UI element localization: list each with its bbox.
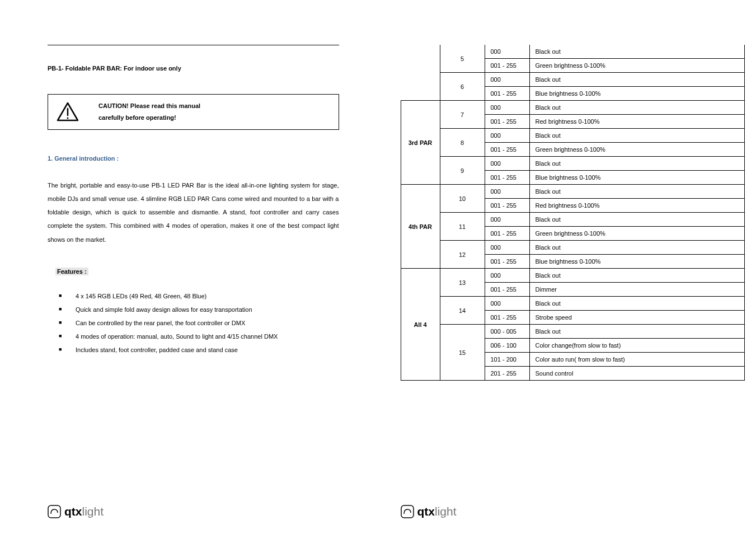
- description: Black out: [529, 157, 745, 171]
- par-label: 3rd PAR: [401, 101, 440, 185]
- value-range: 000: [485, 297, 529, 311]
- dmx-table: 5 000 Black out 001 - 255 Green brightne…: [401, 45, 745, 381]
- description: Black out: [529, 101, 745, 115]
- value-range: 000: [485, 213, 529, 227]
- description: Blue brightness 0-100%: [529, 171, 745, 185]
- logo-swirl-icon: [48, 505, 61, 518]
- value-range: 000: [485, 185, 529, 199]
- value-range: 000: [485, 45, 529, 59]
- feature-item: Can be controlled by the rear panel, the…: [76, 316, 339, 330]
- channel-number: 10: [440, 185, 485, 213]
- value-range: 001 - 255: [485, 143, 529, 157]
- value-range: 001 - 255: [485, 227, 529, 241]
- logo-light: light: [82, 505, 104, 518]
- section-heading: 1. General introduction :: [48, 155, 339, 162]
- value-range: 101 - 200: [485, 353, 529, 367]
- description: Color auto run( from slow to fast): [529, 353, 745, 367]
- feature-item: Includes stand, foot controller, padded …: [76, 343, 339, 357]
- table-row: 6 000 Black out: [401, 73, 745, 87]
- table-row: All 4 13 000 Black out: [401, 269, 745, 283]
- value-range: 000: [485, 269, 529, 283]
- caution-text: CAUTION! Please read this manual careful…: [98, 100, 200, 124]
- channel-number: 5: [440, 45, 485, 73]
- description: Black out: [529, 73, 745, 87]
- par-label-empty: [401, 45, 440, 101]
- description: Black out: [529, 185, 745, 199]
- value-range: 001 - 255: [485, 199, 529, 213]
- value-range: 000: [485, 73, 529, 87]
- warning-triangle-icon: [57, 102, 79, 121]
- document-title: PB-1- Foldable PAR BAR: For indoor use o…: [48, 65, 339, 72]
- description: Black out: [529, 325, 745, 339]
- description: Color change(from slow to fast): [529, 339, 745, 353]
- table-row: 14 000 Black out: [401, 297, 745, 311]
- channel-number: 12: [440, 241, 485, 269]
- description: Sound control: [529, 367, 745, 381]
- description: Black out: [529, 241, 745, 255]
- table-row: 5 000 Black out: [401, 45, 745, 59]
- logo-text: qtxlight: [417, 505, 457, 518]
- channel-number: 9: [440, 157, 485, 185]
- value-range: 000 - 005: [485, 325, 529, 339]
- value-range: 001 - 255: [485, 171, 529, 185]
- description: Black out: [529, 45, 745, 59]
- svg-point-1: [67, 118, 69, 119]
- table-row: 3rd PAR 7 000 Black out: [401, 101, 745, 115]
- description: Black out: [529, 213, 745, 227]
- description: Green brightness 0-100%: [529, 143, 745, 157]
- table-row: 8 000 Black out: [401, 129, 745, 143]
- brand-logo: qtxlight: [401, 505, 457, 518]
- table-row: 11 000 Black out: [401, 213, 745, 227]
- description: Red brightness 0-100%: [529, 199, 745, 213]
- feature-item: 4 modes of operation: manual, auto, Soun…: [76, 330, 339, 343]
- features-list: 4 x 145 RGB LEDs (49 Red, 48 Green, 48 B…: [48, 289, 339, 357]
- logo-swirl-icon: [401, 505, 414, 518]
- feature-item: Quick and simple fold away design allows…: [76, 303, 339, 316]
- logo-qtx: qtx: [417, 505, 435, 518]
- description: Blue brightness 0-100%: [529, 87, 745, 101]
- value-range: 201 - 255: [485, 367, 529, 381]
- description: Red brightness 0-100%: [529, 115, 745, 129]
- description: Green brightness 0-100%: [529, 227, 745, 241]
- features-heading: Features :: [55, 268, 88, 275]
- par-label: All 4: [401, 269, 440, 381]
- channel-number: 6: [440, 73, 485, 101]
- channel-number: 13: [440, 269, 485, 297]
- logo-qtx: qtx: [64, 505, 82, 518]
- caution-line1: CAUTION! Please read this manual: [98, 100, 200, 112]
- channel-number: 11: [440, 213, 485, 241]
- value-range: 006 - 100: [485, 339, 529, 353]
- channel-number: 14: [440, 297, 485, 325]
- table-row: 15 000 - 005 Black out: [401, 325, 745, 339]
- value-range: 000: [485, 129, 529, 143]
- value-range: 000: [485, 241, 529, 255]
- description: Dimmer: [529, 283, 745, 297]
- description: Black out: [529, 269, 745, 283]
- table-row: 4th PAR 10 000 Black out: [401, 185, 745, 199]
- value-range: 001 - 255: [485, 311, 529, 325]
- value-range: 001 - 255: [485, 59, 529, 73]
- value-range: 001 - 255: [485, 87, 529, 101]
- description: Green brightness 0-100%: [529, 59, 745, 73]
- description: Black out: [529, 297, 745, 311]
- svg-rect-2: [48, 505, 60, 518]
- value-range: 001 - 255: [485, 283, 529, 297]
- svg-rect-3: [401, 505, 414, 518]
- par-label: 4th PAR: [401, 185, 440, 269]
- horizontal-rule: [48, 45, 339, 45]
- page-left: PB-1- Foldable PAR BAR: For indoor use o…: [0, 0, 378, 534]
- channel-number: 15: [440, 325, 485, 381]
- value-range: 001 - 255: [485, 255, 529, 269]
- page-right: 5 000 Black out 001 - 255 Green brightne…: [378, 0, 757, 534]
- channel-number: 7: [440, 101, 485, 129]
- description: Blue brightness 0-100%: [529, 255, 745, 269]
- caution-box: CAUTION! Please read this manual careful…: [48, 94, 339, 130]
- table-row: 12 000 Black out: [401, 241, 745, 255]
- channel-number: 8: [440, 129, 485, 157]
- value-range: 000: [485, 157, 529, 171]
- logo-text: qtxlight: [64, 505, 104, 518]
- value-range: 001 - 255: [485, 115, 529, 129]
- description: Black out: [529, 129, 745, 143]
- brand-logo: qtxlight: [48, 505, 104, 518]
- description: Strobe speed: [529, 311, 745, 325]
